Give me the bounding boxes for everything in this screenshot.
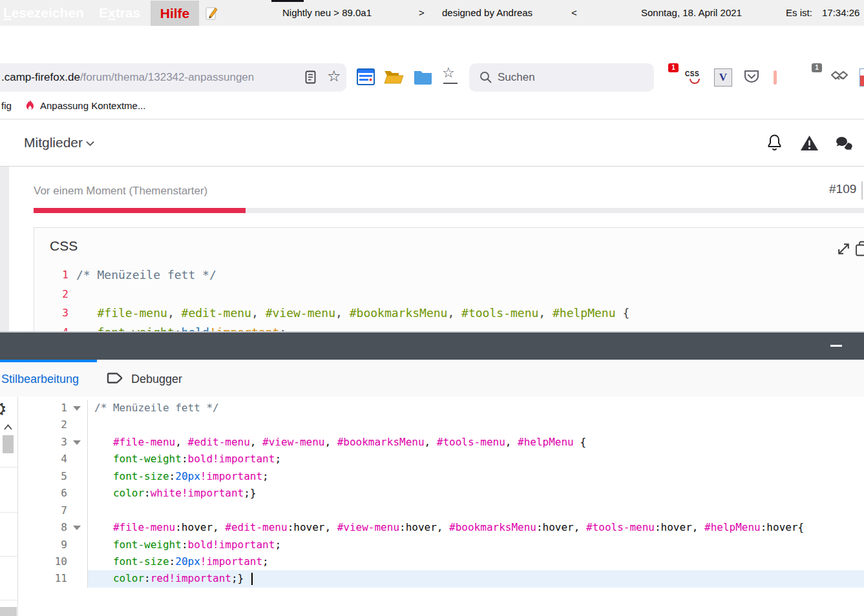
- tab-debugger[interactable]: Debugger: [131, 360, 182, 396]
- search-bar[interactable]: Suchen: [469, 63, 654, 92]
- bookmark-item-config[interactable]: fig: [1, 93, 12, 119]
- v-extension-icon[interactable]: V: [714, 68, 732, 87]
- editor-line: 3 #file-menu, #edit-menu, #view-menu, #b…: [18, 434, 864, 451]
- flame-favicon: [25, 100, 36, 112]
- bell-icon[interactable]: [766, 134, 783, 152]
- editor-line: 7: [18, 502, 864, 519]
- editor-line: 5 font-size:20px!important;: [18, 468, 864, 485]
- bookmark-star-icon[interactable]: ☆: [327, 68, 341, 84]
- post-accent-bar: [34, 208, 246, 213]
- menu-hilfe-hovered[interactable]: Hilfe: [151, 1, 199, 26]
- tab-manager-icon[interactable]: [357, 68, 375, 85]
- scrollbar-corner: [0, 607, 17, 616]
- menu-extras[interactable]: Extras: [99, 0, 140, 26]
- bookmark-item-anpassung[interactable]: Anpassung Kontextme...: [40, 93, 145, 119]
- copy-icon[interactable]: [855, 241, 864, 256]
- scroll-up-icon[interactable]: [3, 424, 13, 431]
- reader-view-icon[interactable]: [305, 70, 316, 84]
- editor-line: 2: [18, 416, 864, 433]
- folder-open-icon[interactable]: [384, 68, 404, 85]
- tab-stilbearbeitung[interactable]: Stilbearbeitung: [1, 360, 79, 396]
- user-avatar[interactable]: [728, 133, 748, 153]
- editor-line-active: 11 color:red!important;}: [18, 570, 864, 587]
- code-line: 1/* Menüzeile fett */: [34, 265, 864, 285]
- post-accent-bar-track: [246, 208, 864, 213]
- bookmarks-toolbar: fig Anpassung Kontextme...: [0, 93, 864, 119]
- code-block-title: CSS: [50, 238, 78, 254]
- firefox-window: { "titlebar": { "menu": { "lesezeichen":…: [0, 0, 864, 616]
- notes-pencil-icon[interactable]: [205, 6, 218, 20]
- folder-icon[interactable]: [414, 69, 432, 85]
- flash-badge: 1: [668, 63, 679, 72]
- nav-mitglieder[interactable]: Mitglieder: [24, 119, 83, 166]
- devtools-titlebar: [0, 333, 864, 360]
- debugger-tag-icon: [107, 371, 123, 385]
- warning-icon[interactable]: [800, 135, 819, 151]
- chat-icon[interactable]: [835, 136, 854, 152]
- pocket-icon[interactable]: [743, 69, 760, 85]
- code-line: 2: [34, 285, 864, 304]
- code-line: 3 #file-menu, #edit-menu, #view-menu, #b…: [34, 303, 864, 323]
- window-titlebar: Lesezeichen Extras Hilfe Nightly neu > 8…: [0, 0, 864, 26]
- search-placeholder: Suchen: [498, 63, 535, 92]
- forum-post-area: Vor einem Moment (Themenstarter) #109 CS…: [0, 167, 864, 347]
- editor-line: 10 font-size:20px!important;: [18, 553, 864, 570]
- expand-icon[interactable]: [837, 242, 850, 256]
- url-text: .camp-firefox.de/forum/thema/132342-anpa…: [1, 63, 286, 92]
- post-header-separator: [861, 181, 863, 200]
- bookmarks-menu-icon[interactable]: ☆: [442, 66, 455, 80]
- scrollbar-thumb[interactable]: [3, 435, 14, 453]
- ublock-badge: 1: [812, 63, 822, 72]
- forum-page-header: Mitglieder: [0, 119, 864, 167]
- chevron-down-icon: [86, 141, 94, 147]
- navigation-toolbar: .camp-firefox.de/forum/thema/132342-anpa…: [0, 26, 864, 93]
- editor-line: 1/* Menüzeile fett */: [18, 400, 864, 416]
- url-bar[interactable]: .camp-firefox.de/forum/thema/132342-anpa…: [0, 63, 346, 92]
- post-number-link[interactable]: #109: [829, 182, 856, 196]
- post-code-lines: 1/* Menüzeile fett */ 2 3 #file-menu, #e…: [34, 265, 864, 342]
- bookmarks-menu-underline: [443, 83, 458, 84]
- titlebar-clock: 17:34:26: [822, 0, 859, 26]
- devtools-panel: Stilbearbeitung Debugger ⚙ 1/* Menüzeile…: [0, 331, 864, 616]
- editor-line: 8 #file-menu:hover, #edit-menu:hover, #v…: [18, 519, 864, 536]
- window-title-sep-right: >: [419, 0, 425, 26]
- window-title-custom: designed by Andreas: [442, 0, 532, 26]
- fold-arrow-icon[interactable]: [73, 406, 81, 411]
- fold-arrow-icon[interactable]: [73, 526, 81, 530]
- stylesheet-list-pane: ⚙: [0, 396, 18, 616]
- window-title-sep-left: <: [571, 0, 577, 26]
- search-icon: [479, 71, 492, 84]
- text-cursor: [251, 573, 253, 585]
- css-extension-icon[interactable]: CSS: [685, 68, 699, 77]
- editor-lines[interactable]: 1/* Menüzeile fett */ 2 3 #file-menu, #e…: [18, 400, 864, 588]
- editor-line: 4 font-weight:bold!important;: [18, 451, 864, 467]
- titlebar-date: Sonntag, 18. April 2021: [641, 0, 742, 26]
- handshake-extension-icon[interactable]: [830, 70, 848, 84]
- devtools-tab-bar: Stilbearbeitung Debugger: [0, 360, 864, 397]
- editor-line: 6 color:white!important;}: [18, 485, 864, 502]
- gear-icon[interactable]: ⚙: [0, 398, 7, 420]
- window-title-product: Nightly neu > 89.0a1: [282, 0, 372, 26]
- clipped-extension-icon[interactable]: [859, 68, 864, 87]
- minimize-dash-icon[interactable]: [830, 345, 842, 347]
- post-timestamp: Vor einem Moment (Themenstarter): [34, 185, 207, 198]
- page-margin-strip: [0, 167, 9, 332]
- editor-line: 9 font-weight:bold!important;: [18, 537, 864, 553]
- fold-arrow-icon[interactable]: [73, 440, 81, 445]
- style-editor[interactable]: ⚙ 1/* Menüzeile fett */ 2 3 #file-menu, …: [0, 396, 864, 616]
- menu-lesezeichen[interactable]: Lesezeichen: [3, 0, 84, 26]
- titlebar-time-prefix: Es ist:: [786, 0, 812, 26]
